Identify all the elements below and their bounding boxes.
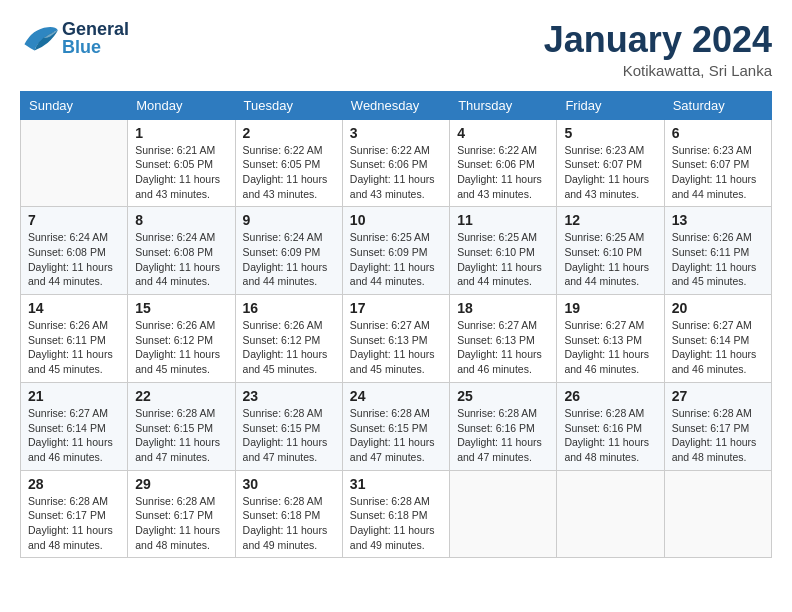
day-number: 31 [350,476,442,492]
day-number: 23 [243,388,335,404]
col-thursday: Thursday [450,91,557,119]
week-row-1: 1Sunrise: 6:21 AMSunset: 6:05 PMDaylight… [21,119,772,207]
day-number: 13 [672,212,764,228]
calendar-cell: 3Sunrise: 6:22 AMSunset: 6:06 PMDaylight… [342,119,449,207]
day-number: 22 [135,388,227,404]
title-block: January 2024 Kotikawatta, Sri Lanka [544,20,772,79]
calendar-cell: 2Sunrise: 6:22 AMSunset: 6:05 PMDaylight… [235,119,342,207]
col-sunday: Sunday [21,91,128,119]
day-info: Sunrise: 6:28 AMSunset: 6:17 PMDaylight:… [28,494,120,553]
calendar-table: Sunday Monday Tuesday Wednesday Thursday… [20,91,772,559]
calendar-cell: 15Sunrise: 6:26 AMSunset: 6:12 PMDayligh… [128,295,235,383]
day-info: Sunrise: 6:28 AMSunset: 6:16 PMDaylight:… [457,406,549,465]
calendar-cell: 23Sunrise: 6:28 AMSunset: 6:15 PMDayligh… [235,382,342,470]
day-number: 1 [135,125,227,141]
col-friday: Friday [557,91,664,119]
calendar-cell: 19Sunrise: 6:27 AMSunset: 6:13 PMDayligh… [557,295,664,383]
day-info: Sunrise: 6:28 AMSunset: 6:17 PMDaylight:… [672,406,764,465]
calendar-cell: 28Sunrise: 6:28 AMSunset: 6:17 PMDayligh… [21,470,128,558]
page-container: General Blue January 2024 Kotikawatta, S… [0,0,792,568]
day-number: 16 [243,300,335,316]
day-number: 21 [28,388,120,404]
day-info: Sunrise: 6:24 AMSunset: 6:08 PMDaylight:… [135,230,227,289]
day-number: 17 [350,300,442,316]
calendar-cell: 26Sunrise: 6:28 AMSunset: 6:16 PMDayligh… [557,382,664,470]
day-number: 27 [672,388,764,404]
day-number: 10 [350,212,442,228]
calendar-cell: 21Sunrise: 6:27 AMSunset: 6:14 PMDayligh… [21,382,128,470]
calendar-cell: 29Sunrise: 6:28 AMSunset: 6:17 PMDayligh… [128,470,235,558]
day-number: 20 [672,300,764,316]
day-number: 28 [28,476,120,492]
calendar-header-row: Sunday Monday Tuesday Wednesday Thursday… [21,91,772,119]
day-info: Sunrise: 6:26 AMSunset: 6:11 PMDaylight:… [672,230,764,289]
calendar-cell: 18Sunrise: 6:27 AMSunset: 6:13 PMDayligh… [450,295,557,383]
week-row-3: 14Sunrise: 6:26 AMSunset: 6:11 PMDayligh… [21,295,772,383]
day-info: Sunrise: 6:28 AMSunset: 6:18 PMDaylight:… [350,494,442,553]
day-info: Sunrise: 6:24 AMSunset: 6:09 PMDaylight:… [243,230,335,289]
calendar-cell: 8Sunrise: 6:24 AMSunset: 6:08 PMDaylight… [128,207,235,295]
calendar-cell: 13Sunrise: 6:26 AMSunset: 6:11 PMDayligh… [664,207,771,295]
day-number: 15 [135,300,227,316]
calendar-cell: 17Sunrise: 6:27 AMSunset: 6:13 PMDayligh… [342,295,449,383]
day-info: Sunrise: 6:22 AMSunset: 6:06 PMDaylight:… [457,143,549,202]
day-number: 3 [350,125,442,141]
logo-general-text: General [62,20,129,38]
day-number: 25 [457,388,549,404]
day-info: Sunrise: 6:26 AMSunset: 6:12 PMDaylight:… [135,318,227,377]
day-number: 26 [564,388,656,404]
day-info: Sunrise: 6:26 AMSunset: 6:12 PMDaylight:… [243,318,335,377]
day-number: 18 [457,300,549,316]
logo-blue-text: Blue [62,38,129,56]
col-wednesday: Wednesday [342,91,449,119]
day-number: 30 [243,476,335,492]
calendar-cell: 25Sunrise: 6:28 AMSunset: 6:16 PMDayligh… [450,382,557,470]
day-info: Sunrise: 6:27 AMSunset: 6:13 PMDaylight:… [564,318,656,377]
logo-icon [20,21,60,56]
calendar-cell: 7Sunrise: 6:24 AMSunset: 6:08 PMDaylight… [21,207,128,295]
day-info: Sunrise: 6:27 AMSunset: 6:14 PMDaylight:… [28,406,120,465]
day-number: 11 [457,212,549,228]
day-info: Sunrise: 6:28 AMSunset: 6:17 PMDaylight:… [135,494,227,553]
week-row-5: 28Sunrise: 6:28 AMSunset: 6:17 PMDayligh… [21,470,772,558]
day-info: Sunrise: 6:27 AMSunset: 6:14 PMDaylight:… [672,318,764,377]
day-number: 12 [564,212,656,228]
calendar-cell: 5Sunrise: 6:23 AMSunset: 6:07 PMDaylight… [557,119,664,207]
location-text: Kotikawatta, Sri Lanka [544,62,772,79]
calendar-cell: 27Sunrise: 6:28 AMSunset: 6:17 PMDayligh… [664,382,771,470]
col-tuesday: Tuesday [235,91,342,119]
day-number: 9 [243,212,335,228]
day-number: 2 [243,125,335,141]
calendar-cell: 14Sunrise: 6:26 AMSunset: 6:11 PMDayligh… [21,295,128,383]
day-info: Sunrise: 6:25 AMSunset: 6:10 PMDaylight:… [564,230,656,289]
day-info: Sunrise: 6:28 AMSunset: 6:15 PMDaylight:… [243,406,335,465]
day-info: Sunrise: 6:25 AMSunset: 6:10 PMDaylight:… [457,230,549,289]
calendar-cell: 4Sunrise: 6:22 AMSunset: 6:06 PMDaylight… [450,119,557,207]
week-row-4: 21Sunrise: 6:27 AMSunset: 6:14 PMDayligh… [21,382,772,470]
calendar-cell: 12Sunrise: 6:25 AMSunset: 6:10 PMDayligh… [557,207,664,295]
calendar-cell: 31Sunrise: 6:28 AMSunset: 6:18 PMDayligh… [342,470,449,558]
calendar-cell [557,470,664,558]
day-number: 19 [564,300,656,316]
day-info: Sunrise: 6:28 AMSunset: 6:16 PMDaylight:… [564,406,656,465]
day-info: Sunrise: 6:27 AMSunset: 6:13 PMDaylight:… [350,318,442,377]
col-saturday: Saturday [664,91,771,119]
day-info: Sunrise: 6:25 AMSunset: 6:09 PMDaylight:… [350,230,442,289]
calendar-cell: 9Sunrise: 6:24 AMSunset: 6:09 PMDaylight… [235,207,342,295]
day-number: 7 [28,212,120,228]
day-number: 8 [135,212,227,228]
page-header: General Blue January 2024 Kotikawatta, S… [20,20,772,79]
day-info: Sunrise: 6:21 AMSunset: 6:05 PMDaylight:… [135,143,227,202]
day-info: Sunrise: 6:23 AMSunset: 6:07 PMDaylight:… [564,143,656,202]
calendar-cell [21,119,128,207]
calendar-cell [664,470,771,558]
day-number: 24 [350,388,442,404]
day-info: Sunrise: 6:22 AMSunset: 6:05 PMDaylight:… [243,143,335,202]
day-info: Sunrise: 6:27 AMSunset: 6:13 PMDaylight:… [457,318,549,377]
day-info: Sunrise: 6:28 AMSunset: 6:15 PMDaylight:… [350,406,442,465]
logo: General Blue [20,20,129,56]
month-title: January 2024 [544,20,772,60]
day-info: Sunrise: 6:24 AMSunset: 6:08 PMDaylight:… [28,230,120,289]
calendar-cell: 1Sunrise: 6:21 AMSunset: 6:05 PMDaylight… [128,119,235,207]
day-number: 29 [135,476,227,492]
